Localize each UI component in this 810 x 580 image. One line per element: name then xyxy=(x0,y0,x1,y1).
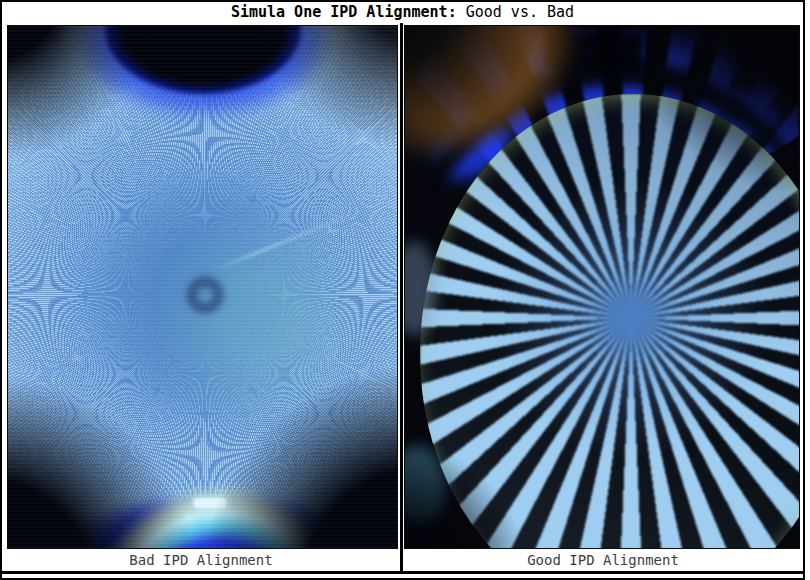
bad-moire-bands xyxy=(8,26,397,548)
title-emphasis: Simula One IPD Alignment: xyxy=(231,3,457,21)
good-corner-vignette xyxy=(405,26,799,548)
panel-divider-line xyxy=(400,23,403,571)
caption-bad: Bad IPD Alignment xyxy=(2,549,400,571)
figure-title: Simula One IPD Alignment: Good vs. Bad xyxy=(0,1,805,24)
caption-good: Good IPD Alignment xyxy=(403,549,803,571)
good-alignment-photo xyxy=(404,25,800,549)
figure-canvas: Simula One IPD Alignment: Good vs. Bad xyxy=(0,0,810,580)
title-rest: Good vs. Bad xyxy=(457,3,574,21)
bad-alignment-photo xyxy=(7,25,398,549)
caption-underline xyxy=(2,571,803,574)
